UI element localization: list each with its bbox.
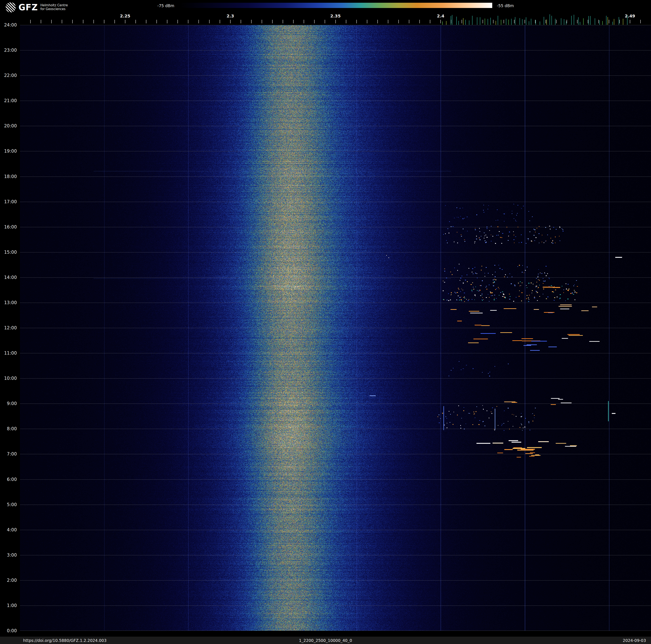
freq-tick-label: 2.25 (120, 13, 130, 19)
freq-minor-tick (230, 20, 230, 23)
activity-tick (595, 18, 595, 25)
time-tick-label: 20:00 (0, 123, 17, 128)
activity-tick (531, 19, 531, 25)
activity-tick (520, 18, 520, 25)
activity-tick (446, 21, 446, 25)
activity-tick (515, 17, 515, 25)
spectrogram-canvas (20, 25, 651, 631)
freq-minor-tick (546, 20, 546, 23)
activity-tick (459, 21, 459, 25)
activity-tick (550, 14, 550, 25)
activity-tick (496, 21, 496, 25)
freq-minor-tick (335, 20, 336, 23)
activity-tick (580, 22, 580, 25)
activity-tick (561, 18, 561, 25)
footer-bar: https://doi.org/10.5880/GFZ.1.2.2024.003… (0, 637, 651, 644)
activity-tick (506, 19, 506, 25)
freq-minor-tick (609, 20, 609, 23)
time-tick-label: 3:00 (0, 553, 17, 558)
freq-minor-tick (156, 20, 157, 23)
time-tick-label: 12:00 (0, 325, 17, 330)
activity-tick (623, 19, 623, 25)
time-axis: 24:0023:0022:0021:0020:0019:0018:0017:00… (0, 0, 20, 644)
activity-tick (535, 20, 536, 25)
freq-minor-tick (304, 20, 304, 23)
activity-tick (452, 15, 452, 25)
time-tick-label: 4:00 (0, 527, 17, 532)
freq-minor-tick (577, 20, 578, 23)
activity-tick (555, 19, 555, 25)
activity-tick (606, 16, 607, 25)
freq-minor-tick (388, 20, 388, 23)
freq-minor-tick (483, 20, 483, 23)
freq-minor-tick (356, 20, 357, 23)
freq-minor-tick (462, 20, 462, 23)
freq-minor-tick (125, 20, 125, 23)
dataset-name: 1_2200_2500_10000_40_0 (299, 638, 352, 643)
freq-minor-tick (503, 20, 504, 23)
freq-minor-tick (262, 20, 262, 23)
activity-tick (602, 21, 603, 25)
freq-minor-tick (272, 20, 273, 23)
freq-minor-tick (198, 20, 199, 23)
freq-minor-tick (93, 20, 94, 23)
time-tick-label: 11:00 (0, 351, 17, 356)
freq-minor-tick (619, 20, 620, 23)
colorbar-gradient (179, 3, 492, 8)
gfz-logo-orgname: Helmholtz Centre for Geosciences (40, 4, 68, 11)
date-label: 2024-09-03 (623, 638, 646, 643)
activity-tick (451, 16, 451, 25)
freq-minor-tick (188, 20, 188, 23)
activity-tick (480, 17, 480, 25)
freq-minor-tick (451, 20, 451, 23)
freq-minor-tick (440, 20, 441, 23)
activity-tick (472, 16, 472, 25)
activity-tick (599, 20, 600, 25)
freq-minor-tick (398, 20, 399, 23)
freq-minor-tick (167, 20, 167, 23)
freq-minor-tick (115, 20, 115, 23)
activity-tick (477, 17, 477, 25)
activity-tick (540, 22, 540, 25)
freq-minor-tick (367, 20, 367, 23)
gfz-logo-org-line2: for Geosciences (40, 7, 68, 11)
freq-minor-tick (146, 20, 146, 23)
freq-minor-tick (409, 20, 409, 23)
activity-tick (583, 18, 584, 25)
freq-minor-tick (588, 20, 588, 23)
time-tick-label: 17:00 (0, 199, 17, 204)
activity-tick (578, 17, 579, 25)
activity-tick (571, 16, 571, 25)
time-tick-label: 10:00 (0, 376, 17, 381)
activity-tick (501, 20, 501, 25)
gfz-logo-acronym: GFZ (19, 3, 38, 11)
time-tick-label: 19:00 (0, 149, 17, 154)
activity-tick (511, 19, 512, 25)
activity-tick (465, 20, 466, 25)
time-tick-label: 5:00 (0, 502, 17, 507)
freq-tick-label: 2.49 (625, 13, 635, 19)
activity-tick (590, 16, 591, 25)
freq-minor-tick (525, 20, 525, 23)
freq-minor-tick (325, 20, 325, 23)
gfz-logo-org-line1: Helmholtz Centre (40, 4, 68, 7)
activity-tick (619, 17, 619, 25)
activity-tick (552, 16, 552, 25)
time-tick-label: 13:00 (0, 300, 17, 305)
time-tick-label: 1:00 (0, 603, 17, 608)
freq-minor-tick (72, 20, 73, 23)
freq-minor-tick (51, 20, 52, 23)
activity-tick (442, 22, 443, 25)
freq-minor-tick (598, 20, 599, 23)
activity-tick (614, 19, 614, 25)
freq-minor-tick (514, 20, 515, 23)
freq-minor-tick (566, 20, 567, 23)
doi-link[interactable]: https://doi.org/10.5880/GFZ.1.2.2024.003 (23, 638, 106, 643)
activity-tick (526, 17, 526, 25)
time-tick-label: 23:00 (0, 48, 17, 53)
time-tick-label: 21:00 (0, 98, 17, 103)
freq-minor-tick (630, 20, 630, 23)
freq-tick-label: 2.35 (330, 13, 341, 19)
freq-minor-tick (241, 20, 241, 23)
freq-tick-label: 2.4 (437, 13, 444, 19)
